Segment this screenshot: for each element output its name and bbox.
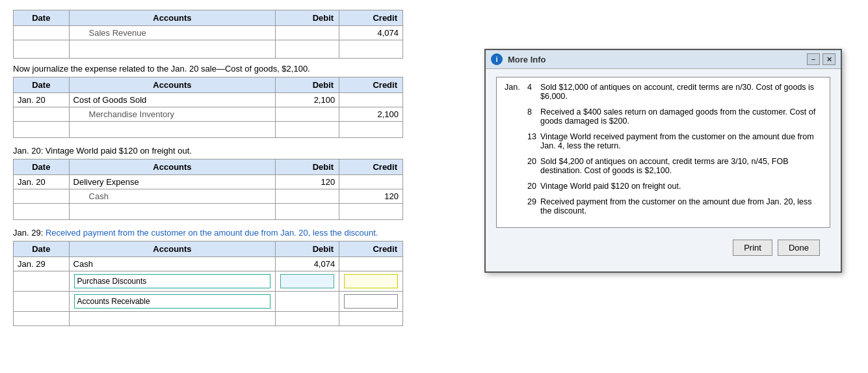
date-cell: [14, 271, 70, 292]
account-cell: Cost of Goods Sold: [69, 93, 276, 107]
col-header-credit: Credit: [339, 159, 403, 175]
debit-cell: [276, 292, 339, 312]
entry-text: Vintage World paid $120 on freight out.: [540, 182, 822, 191]
date-cell: Jan. 20: [14, 93, 70, 107]
col-header-accounts: Accounts: [69, 159, 276, 175]
minimize-button[interactable]: −: [807, 53, 820, 65]
table-row-empty: [14, 40, 403, 59]
purchase-discounts-debit-input[interactable]: [280, 274, 334, 288]
info-icon: i: [491, 53, 503, 65]
col-header-date: Date: [14, 77, 70, 93]
date-cell: [14, 107, 70, 122]
date-cell: [14, 26, 70, 40]
dialog-info-box: Jan. 4 Sold $12,000 of antiques on accou…: [496, 77, 830, 228]
entry-text: Received a $400 sales return on damaged …: [540, 107, 822, 126]
col-header-credit: Credit: [339, 242, 403, 257]
entry-date: [505, 157, 527, 175]
debit-cell: 4,074: [276, 257, 339, 271]
left-panel: Date Accounts Debit Credit Sales Revenue…: [7, 7, 410, 366]
purchase-discounts-input[interactable]: [74, 274, 271, 288]
instruction-1: Now journalize the expense related to th…: [13, 64, 403, 74]
table-row-accounts-receivable: [14, 292, 403, 312]
credit-cell: 120: [339, 189, 403, 204]
date-cell: Jan. 29: [14, 257, 70, 271]
debit-cell: 120: [276, 175, 339, 189]
accounts-receivable-credit-input[interactable]: [344, 294, 398, 309]
credit-cell: [339, 175, 403, 189]
credit-input-cell: [339, 271, 403, 292]
col-header-date: Date: [14, 242, 70, 257]
table-row: Jan. 20 Delivery Expense 120: [14, 175, 403, 189]
dialog-titlebar: i More Info − ✕: [486, 50, 841, 69]
entry-date: Jan.: [505, 83, 527, 101]
entry-date: [505, 132, 527, 150]
date-cell: [14, 189, 70, 204]
entry-num: 8: [527, 107, 540, 126]
close-button[interactable]: ✕: [822, 53, 835, 65]
instruction-2: Jan. 20: Vintage World paid $120 on frei…: [13, 146, 403, 156]
dialog-entry-1: Jan. 4 Sold $12,000 of antiques on accou…: [505, 83, 822, 101]
col-header-credit: Credit: [339, 10, 403, 26]
entry-num: 20: [527, 182, 540, 191]
entry-text: Received payment from the customer on th…: [540, 197, 822, 215]
credit-cell: [339, 257, 403, 271]
account-cell: Sales Revenue: [69, 26, 276, 40]
col-header-accounts: Accounts: [69, 242, 276, 257]
debit-cell: [276, 107, 339, 122]
account-cell: Merchandise Inventory: [69, 107, 276, 122]
table-section1: Date Accounts Debit Credit Jan. 20 Cost …: [13, 77, 403, 138]
dialog-entry-4: 20 Sold $4,200 of antiques on account, c…: [505, 157, 822, 175]
account-cell: Cash: [69, 189, 276, 204]
col-header-debit: Debit: [276, 77, 339, 93]
col-header-date: Date: [14, 159, 70, 175]
col-header-date: Date: [14, 10, 70, 26]
table-row: Sales Revenue 4,074: [14, 26, 403, 40]
entry-date: [505, 182, 527, 191]
entry-date: [505, 107, 527, 126]
entry-num: 29: [527, 197, 540, 215]
account-cell: Cash: [69, 257, 276, 271]
dialog-entry-3: 13 Vintage World received payment from t…: [505, 132, 822, 150]
instruction-3: Jan. 29: Received payment from the custo…: [13, 228, 403, 238]
account-cell: [69, 292, 276, 312]
credit-input-cell: [339, 292, 403, 312]
col-header-debit: Debit: [276, 242, 339, 257]
purchase-discounts-credit-input[interactable]: [344, 274, 398, 288]
dialog-title: More Info: [508, 55, 546, 64]
col-header-debit: Debit: [276, 159, 339, 175]
dialog-content: Jan. 4 Sold $12,000 of antiques on accou…: [486, 69, 841, 271]
dialog-entry-5: 20 Vintage World paid $120 on freight ou…: [505, 182, 822, 191]
table-row-purchase-discounts: [14, 271, 403, 292]
credit-cell: 4,074: [339, 26, 403, 40]
date-cell: [14, 292, 70, 312]
date-cell: Jan. 20: [14, 175, 70, 189]
dialog-box: i More Info − ✕ Jan. 4 Sold $12,000 of a…: [484, 49, 842, 273]
top-partial-table: Date Accounts Debit Credit Sales Revenue…: [13, 10, 403, 59]
account-cell: [69, 271, 276, 292]
account-cell: Delivery Expense: [69, 175, 276, 189]
entry-num: 13: [527, 132, 540, 150]
table-row-empty: [14, 122, 403, 138]
credit-cell: [339, 93, 403, 107]
table-row-empty: [14, 312, 403, 326]
table-row-empty: [14, 204, 403, 220]
dialog-footer: Print Done: [496, 237, 830, 264]
table-row: Jan. 20 Cost of Goods Sold 2,100: [14, 93, 403, 107]
table-section3: Date Accounts Debit Credit Jan. 29 Cash …: [13, 241, 403, 326]
debit-cell: [276, 26, 339, 40]
entry-text: Sold $4,200 of antiques on account, cred…: [540, 157, 822, 175]
table-row: Jan. 29 Cash 4,074: [14, 257, 403, 271]
col-header-accounts: Accounts: [69, 10, 276, 26]
done-button[interactable]: Done: [778, 240, 820, 256]
entry-date: [505, 197, 527, 215]
print-button[interactable]: Print: [733, 240, 772, 256]
accounts-receivable-input[interactable]: [74, 294, 271, 309]
dialog-entry-6: 29 Received payment from the customer on…: [505, 197, 822, 215]
col-header-debit: Debit: [276, 10, 339, 26]
col-header-credit: Credit: [339, 77, 403, 93]
credit-cell: 2,100: [339, 107, 403, 122]
entry-num: 4: [527, 83, 540, 101]
entry-text: Vintage World received payment from the …: [540, 132, 822, 150]
debit-cell: [276, 189, 339, 204]
debit-cell: 2,100: [276, 93, 339, 107]
